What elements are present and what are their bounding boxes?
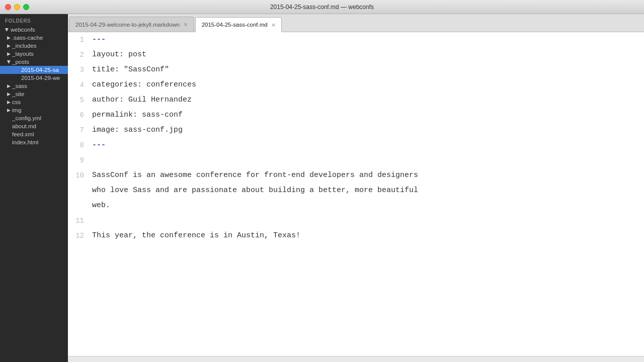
sidebar-item-label: css	[12, 99, 21, 105]
line-content-6: permalink: sass-conf	[92, 108, 644, 123]
sidebar-item-index[interactable]: index.html	[0, 138, 68, 146]
line-content-1: ---	[92, 32, 644, 47]
titlebar: 2015-04-25-sass-conf.md — webconfs	[0, 0, 644, 14]
editor-line-8: 8---	[68, 138, 644, 153]
arrow-icon: ▶	[7, 43, 11, 48]
editor-line-1: 1---	[68, 32, 644, 47]
sidebar-item-post2[interactable]: 2015-04-29-we	[0, 74, 68, 82]
editor-line-6: 6permalink: sass-conf	[68, 108, 644, 123]
app-body: FOLDERS ▶ webconfs ▶.sass-cache▶_include…	[0, 14, 644, 362]
sidebar-item-label: _layouts	[12, 51, 34, 57]
editor-line-12: 12This year, the conference is in Austin…	[68, 228, 644, 243]
sidebar-item-includes[interactable]: ▶_includes	[0, 42, 68, 50]
line-number-2: 2	[68, 47, 92, 62]
sidebar-item-label: _site	[12, 91, 24, 97]
titlebar-title: 2015-04-25-sass-conf.md — webconfs	[270, 4, 374, 11]
arrow-icon: ▶	[7, 108, 11, 113]
line-number-8: 8	[68, 138, 92, 153]
sidebar: FOLDERS ▶ webconfs ▶.sass-cache▶_include…	[0, 14, 68, 362]
line-content-2: layout: post	[92, 47, 644, 62]
sidebar-item-sass-cache[interactable]: ▶.sass-cache	[0, 34, 68, 42]
line-number-6: 6	[68, 108, 92, 123]
sidebar-item-css[interactable]: ▶css	[0, 98, 68, 106]
editor-line-5: 5author: Guil Hernandez	[68, 93, 644, 108]
line-content-3: title: "SassConf"	[92, 62, 644, 77]
sidebar-item-label: .sass-cache	[12, 35, 43, 41]
line-number-1: 1	[68, 32, 92, 47]
sidebar-item-label: about.md	[12, 123, 36, 129]
tab-label: 2015-04-25-sass-conf.md	[202, 22, 268, 28]
sidebar-header: FOLDERS	[0, 14, 68, 26]
sidebar-item-label: index.html	[12, 139, 38, 145]
tab-tab1[interactable]: 2015-04-29-welcome-to-jekyll.markdown×	[69, 17, 194, 32]
sidebar-item-root[interactable]: ▶ webconfs	[0, 26, 68, 34]
sidebar-item-post1[interactable]: 2015-04-25-sa	[0, 66, 68, 74]
editor-line-2: 2layout: post	[68, 47, 644, 62]
tab-label: 2015-04-29-welcome-to-jekyll.markdown	[75, 22, 180, 28]
sidebar-item-layouts[interactable]: ▶_layouts	[0, 50, 68, 58]
line-number-3: 3	[68, 62, 92, 77]
sidebar-item-label: img	[12, 107, 22, 113]
line-content-4: categories: conferences	[92, 77, 644, 93]
sidebar-item-label: 2015-04-25-sa	[21, 67, 59, 73]
editor-content: 1---2layout: post3title: "SassConf"4cate…	[68, 32, 644, 356]
sidebar-item-img[interactable]: ▶img	[0, 106, 68, 114]
right-panel: 2015-04-29-welcome-to-jekyll.markdown×20…	[68, 14, 644, 362]
line-number-10: 10	[68, 168, 92, 183]
arrow-icon: ▶	[7, 92, 11, 97]
arrow-icon: ▶	[7, 83, 11, 88]
arrow-icon: ▶	[7, 51, 11, 56]
close-button[interactable]	[5, 4, 11, 10]
arrow-icon: ▶	[7, 35, 11, 40]
line-content-10: SassConf is an awesome conference for fr…	[92, 168, 418, 213]
editor-line-11: 11	[68, 213, 644, 228]
sidebar-item-label: _sass	[12, 83, 27, 89]
tab-close-icon[interactable]: ×	[272, 22, 276, 28]
line-content-8: ---	[92, 138, 644, 153]
tab-tab2[interactable]: 2015-04-25-sass-conf.md×	[195, 17, 282, 32]
editor-line-7: 7image: sass-conf.jpg	[68, 123, 644, 138]
scrollbar[interactable]	[68, 356, 644, 362]
minimize-button[interactable]	[14, 4, 20, 10]
maximize-button[interactable]	[23, 4, 29, 10]
sidebar-item-config[interactable]: _config.yml	[0, 114, 68, 122]
sidebar-item-label: _config.yml	[12, 115, 41, 121]
editor-line-3: 3title: "SassConf"	[68, 62, 644, 77]
tab-bar: 2015-04-29-welcome-to-jekyll.markdown×20…	[68, 14, 644, 32]
arrow-icon: ▶	[7, 60, 12, 64]
window-controls	[5, 4, 29, 10]
sidebar-item-label: 2015-04-29-we	[21, 75, 60, 81]
editor-line-4: 4categories: conferences	[68, 77, 644, 93]
editor-line-9: 9	[68, 153, 644, 168]
sidebar-item-label: _includes	[12, 43, 37, 49]
sidebar-item-posts[interactable]: ▶_posts	[0, 58, 68, 66]
sidebar-item-about[interactable]: about.md	[0, 122, 68, 130]
line-content-12: This year, the conference is in Austin, …	[92, 228, 644, 243]
sidebar-item-label: feed.xml	[12, 131, 34, 137]
editor-area[interactable]: 1---2layout: post3title: "SassConf"4cate…	[68, 32, 644, 356]
sidebar-root-label: webconfs	[11, 27, 35, 33]
sidebar-item-sass[interactable]: ▶_sass	[0, 82, 68, 90]
line-content-5: author: Guil Hernandez	[92, 93, 644, 108]
tab-close-icon[interactable]: ×	[184, 21, 188, 28]
line-number-4: 4	[68, 77, 92, 93]
line-number-12: 12	[68, 228, 92, 243]
line-number-5: 5	[68, 93, 92, 108]
line-number-9: 9	[68, 153, 92, 168]
arrow-icon: ▶	[7, 100, 11, 105]
editor-line-10: 10SassConf is an awesome conference for …	[68, 168, 644, 213]
arrow-icon: ▶	[5, 28, 10, 32]
sidebar-item-label: _posts	[12, 59, 29, 65]
sidebar-item-site[interactable]: ▶_site	[0, 90, 68, 98]
line-number-11: 11	[68, 213, 92, 228]
sidebar-item-feed[interactable]: feed.xml	[0, 130, 68, 138]
line-number-7: 7	[68, 123, 92, 138]
line-content-7: image: sass-conf.jpg	[92, 123, 644, 138]
